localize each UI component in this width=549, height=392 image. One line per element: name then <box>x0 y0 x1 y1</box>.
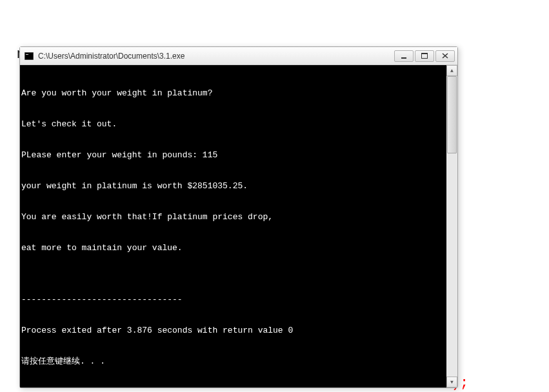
minimize-button[interactable] <box>394 50 414 62</box>
console-line: -------------------------------- <box>21 295 457 305</box>
console-line: 请按任意键继续. . . <box>21 357 457 367</box>
console-line: Process exited after 3.876 seconds with … <box>21 326 457 336</box>
scroll-up-button[interactable]: ▲ <box>446 65 457 76</box>
svg-rect-1 <box>26 54 28 55</box>
console-line: You are easily worth that!If platinum pr… <box>21 212 457 222</box>
maximize-button[interactable] <box>415 50 434 62</box>
console-line: Let's check it out. <box>21 119 457 130</box>
console-body[interactable]: Are you worth your weight in platinum? L… <box>20 65 457 387</box>
scroll-down-button[interactable]: ▼ <box>446 377 457 387</box>
svg-rect-2 <box>401 57 406 59</box>
console-line: Are you worth your weight in platinum? <box>21 88 457 99</box>
svg-rect-0 <box>25 52 34 60</box>
console-line: eat more to maintain your value. <box>21 243 457 253</box>
console-line: your weight in platinum is worth $285103… <box>21 181 457 191</box>
titlebar[interactable]: C:\Users\Administrator\Documents\3.1.exe <box>20 47 457 65</box>
window-controls <box>393 50 455 62</box>
console-line: PLease enter your weight in pounds: 115 <box>21 150 457 161</box>
console-window: C:\Users\Administrator\Documents\3.1.exe… <box>19 46 458 388</box>
scroll-thumb[interactable] <box>447 76 457 153</box>
scroll-track[interactable] <box>446 76 457 377</box>
scrollbar[interactable]: ▲ ▼ <box>446 65 457 387</box>
svg-rect-4 <box>421 53 428 54</box>
close-button[interactable] <box>435 50 455 62</box>
app-icon <box>24 51 34 61</box>
titlebar-text: C:\Users\Administrator\Documents\3.1.exe <box>38 52 393 61</box>
